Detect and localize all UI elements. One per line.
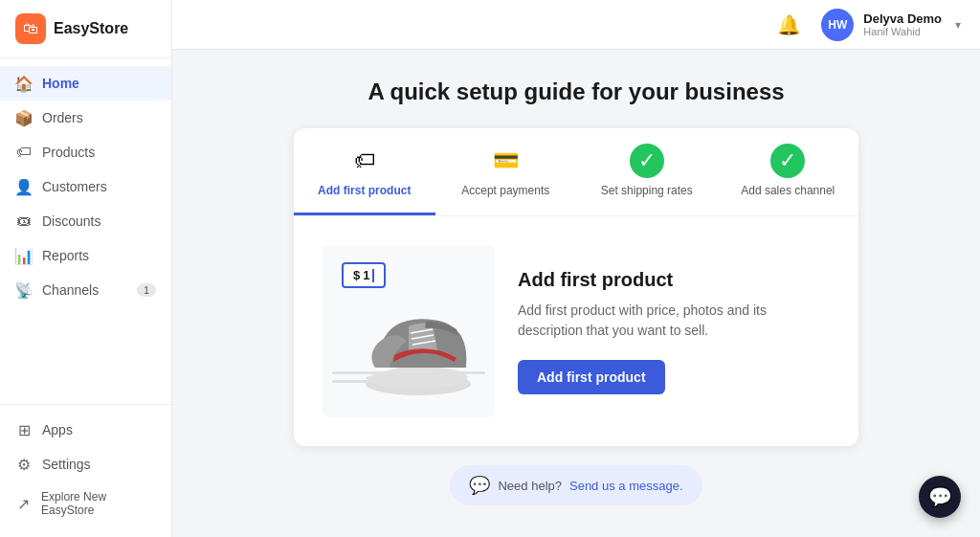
explore-icon: ↗ bbox=[15, 495, 32, 512]
product-line-2 bbox=[332, 380, 424, 383]
header: 🔔 HW Delyva Demo Hanif Wahid ▾ bbox=[172, 0, 980, 50]
sidebar-item-apps[interactable]: ⊞ Apps bbox=[0, 413, 171, 447]
user-info: Delyva Demo Hanif Wahid bbox=[863, 11, 942, 37]
step-shipping[interactable]: ✓ Set shipping rates bbox=[576, 128, 718, 215]
logo-icon: 🛍 bbox=[15, 13, 46, 44]
product-line-1 bbox=[332, 371, 485, 374]
sidebar-item-reports[interactable]: 📊 Reports bbox=[0, 238, 171, 273]
price-tag: $ 1 bbox=[342, 262, 386, 288]
logo-text: EasyStore bbox=[54, 20, 128, 37]
chat-bubble-button[interactable]: 💬 bbox=[919, 476, 961, 518]
avatar: HW bbox=[821, 9, 854, 41]
sidebar-item-apps-label: Apps bbox=[42, 422, 73, 437]
step-add-product-label: Add first product bbox=[318, 184, 411, 197]
step-add-product-icon: 🏷 bbox=[347, 144, 382, 178]
sidebar-item-home-label: Home bbox=[42, 76, 79, 91]
step-payments-icon: 💳 bbox=[488, 144, 523, 178]
step-payments-label: Accept payments bbox=[461, 184, 549, 197]
help-link[interactable]: Send us a message. bbox=[569, 479, 683, 493]
notification-bell[interactable]: 🔔 bbox=[771, 8, 806, 42]
discounts-icon: 🎟 bbox=[15, 213, 33, 230]
sidebar-item-discounts-label: Discounts bbox=[42, 213, 100, 229]
step-sales-channel-icon: ✓ bbox=[770, 144, 805, 178]
page-content: A quick setup guide for your business 🏷 … bbox=[172, 50, 980, 537]
sidebar-item-home[interactable]: 🏠 Home bbox=[0, 66, 171, 101]
orders-icon: 📦 bbox=[15, 109, 33, 126]
product-image-area: $ 1 bbox=[323, 245, 495, 417]
step-payments[interactable]: 💳 Accept payments bbox=[435, 128, 577, 215]
card-info-title: Add first product bbox=[518, 269, 830, 291]
step-add-product[interactable]: 🏷 Add first product bbox=[294, 128, 435, 215]
user-name: Delyva Demo bbox=[863, 11, 942, 26]
sidebar-item-products[interactable]: 🏷 Products bbox=[0, 135, 171, 169]
page-title: A quick setup guide for your business bbox=[368, 78, 784, 105]
price-cursor bbox=[372, 269, 374, 282]
sidebar-bottom: ⊞ Apps ⚙ Settings ↗ Explore New EasyStor… bbox=[0, 404, 171, 537]
step-shipping-label: Set shipping rates bbox=[601, 184, 693, 197]
sidebar-logo[interactable]: 🛍 EasyStore bbox=[0, 0, 171, 58]
add-first-product-button[interactable]: Add first product bbox=[518, 360, 665, 394]
sidebar-item-discounts[interactable]: 🎟 Discounts bbox=[0, 204, 171, 238]
setup-card: 🏷 Add first product 💳 Accept payments ✓ … bbox=[294, 128, 858, 446]
apps-icon: ⊞ bbox=[15, 421, 33, 438]
chevron-down-icon: ▾ bbox=[955, 18, 961, 32]
card-body: $ 1 bbox=[294, 216, 858, 446]
reports-icon: 📊 bbox=[15, 247, 33, 264]
home-icon: 🏠 bbox=[15, 75, 33, 92]
help-icon: 💬 bbox=[469, 475, 490, 496]
step-sales-channel-label: Add sales channel bbox=[741, 184, 835, 197]
sidebar-nav: 🏠 Home 📦 Orders 🏷 Products 👤 Customers 🎟… bbox=[0, 58, 171, 404]
sidebar: 🛍 EasyStore 🏠 Home 📦 Orders 🏷 Products 👤… bbox=[0, 0, 172, 537]
user-menu[interactable]: HW Delyva Demo Hanif Wahid ▾ bbox=[821, 9, 961, 41]
settings-icon: ⚙ bbox=[15, 456, 33, 473]
sidebar-item-products-label: Products bbox=[42, 145, 95, 160]
sidebar-item-orders-label: Orders bbox=[42, 110, 83, 125]
card-info: Add first product Add first product with… bbox=[518, 269, 830, 394]
product-lines bbox=[332, 371, 485, 389]
sidebar-item-customers[interactable]: 👤 Customers bbox=[0, 169, 171, 204]
step-sales-channel[interactable]: ✓ Add sales channel bbox=[718, 128, 859, 215]
channels-icon: 📡 bbox=[15, 281, 33, 299]
channels-badge: 1 bbox=[137, 283, 156, 297]
main-area: 🔔 HW Delyva Demo Hanif Wahid ▾ A quick s… bbox=[172, 0, 980, 537]
sidebar-item-channels[interactable]: 📡 Channels 1 bbox=[0, 273, 171, 307]
steps-bar: 🏷 Add first product 💳 Accept payments ✓ … bbox=[294, 128, 858, 216]
sidebar-item-settings-label: Settings bbox=[42, 457, 91, 472]
customers-icon: 👤 bbox=[15, 178, 33, 195]
sidebar-item-channels-label: Channels bbox=[42, 282, 99, 298]
sidebar-item-settings[interactable]: ⚙ Settings bbox=[0, 447, 171, 481]
sidebar-item-explore[interactable]: ↗ Explore New EasyStore bbox=[0, 481, 171, 526]
products-icon: 🏷 bbox=[15, 144, 33, 161]
sidebar-item-reports-label: Reports bbox=[42, 248, 89, 263]
step-shipping-icon: ✓ bbox=[630, 144, 664, 178]
help-bar: 💬 Need help? Send us a message. bbox=[450, 465, 702, 505]
card-info-desc: Add first product with price, photos and… bbox=[518, 301, 830, 341]
sidebar-item-orders[interactable]: 📦 Orders bbox=[0, 101, 171, 135]
sidebar-item-explore-label: Explore New EasyStore bbox=[41, 490, 156, 517]
sidebar-item-customers-label: Customers bbox=[42, 179, 107, 194]
user-sub: Hanif Wahid bbox=[863, 26, 942, 37]
help-text: Need help? bbox=[498, 479, 562, 493]
